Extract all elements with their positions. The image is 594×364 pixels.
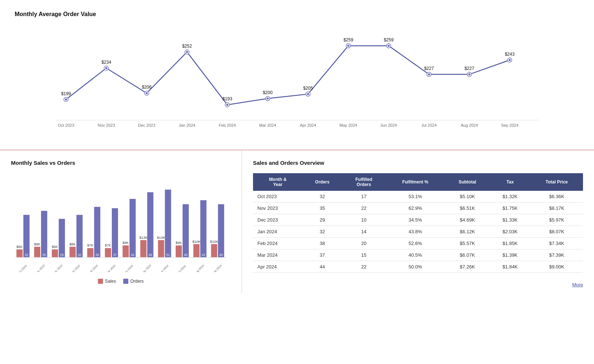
svg-text:37: 37 — [113, 253, 117, 257]
table-cell: $6.51K — [445, 203, 490, 214]
table-cell: $7.34K — [531, 238, 583, 249]
svg-text:Dec 2023: Dec 2023 — [138, 123, 155, 127]
table-cell: $6.07K — [445, 249, 490, 261]
table-cell: 35 — [302, 203, 342, 214]
table-cell: $5.97K — [531, 214, 583, 226]
svg-rect-59 — [52, 249, 58, 257]
more-link[interactable]: More — [572, 282, 583, 287]
line-chart-title: Monthly Average Order Value — [15, 11, 579, 18]
svg-rect-91 — [165, 190, 171, 257]
legend-orders-box — [123, 279, 128, 284]
svg-text:32: 32 — [25, 253, 28, 257]
col-month: Month &Year — [253, 173, 302, 191]
svg-rect-71 — [94, 207, 100, 257]
svg-point-6 — [105, 67, 107, 69]
svg-rect-54 — [34, 247, 40, 257]
svg-text:Jun 2024: Jun 2024 — [158, 264, 169, 272]
bar-chart-container: $6K32Oct 2023$8K35Nov 2023$6K29Dec 2023$… — [11, 173, 231, 276]
table-cell: 29 — [302, 214, 342, 226]
svg-text:32: 32 — [78, 253, 81, 257]
legend-orders: Orders — [123, 279, 144, 284]
svg-text:40: 40 — [184, 253, 188, 257]
table-cell: 44 — [302, 261, 342, 273]
table-cell: $1.75K — [490, 203, 531, 214]
svg-text:$9K: $9K — [176, 241, 182, 245]
table-row: Jan 2024321443.8%$6.12K$2.03K$8.07K — [253, 226, 583, 238]
table-title: Sales and Orders Overview — [253, 160, 583, 166]
bottom-section: Monthly Sales vs Orders $6K32Oct 2023$8K… — [0, 150, 594, 293]
svg-point-42 — [468, 73, 470, 75]
svg-text:Jul 2024: Jul 2024 — [176, 264, 187, 272]
overview-table: Month &Year Orders FulfilledOrders Fulfi… — [253, 173, 583, 273]
svg-text:$13K: $13K — [157, 235, 165, 239]
table-cell: Apr 2024 — [253, 261, 302, 273]
svg-rect-74 — [105, 248, 111, 257]
table-row: Feb 2024382052.6%$5.57K$1.85K$7.34K — [253, 238, 583, 249]
table-cell: $1.33K — [490, 214, 531, 226]
col-orders: Orders — [302, 173, 342, 191]
bottom-left: Monthly Sales vs Orders $6K32Oct 2023$8K… — [0, 151, 242, 293]
table-cell: $7.26K — [445, 261, 490, 273]
table-cell: $4.69K — [445, 214, 490, 226]
svg-text:Sep 2024: Sep 2024 — [211, 264, 223, 272]
table-cell: Feb 2024 — [253, 238, 302, 249]
svg-rect-106 — [218, 204, 224, 257]
svg-text:Oct 2023: Oct 2023 — [58, 123, 74, 127]
svg-point-46 — [509, 59, 511, 61]
svg-text:$13K: $13K — [139, 235, 148, 239]
svg-point-34 — [388, 45, 390, 47]
table-cell: Dec 2023 — [253, 214, 302, 226]
svg-rect-69 — [87, 248, 94, 257]
table-cell: $7.39K — [531, 249, 583, 261]
svg-text:Mar 2024: Mar 2024 — [259, 123, 276, 127]
svg-point-2 — [65, 99, 67, 101]
line-chart-container: $199Oct 2023$234Nov 2023$206Dec 2023$252… — [15, 25, 579, 142]
svg-rect-76 — [112, 208, 118, 257]
table-cell: $1.32K — [490, 191, 531, 203]
svg-rect-56 — [41, 211, 47, 257]
svg-rect-64 — [70, 247, 76, 257]
table-row: Mar 2024371540.5%$6.07K$1.39K$7.39K — [253, 249, 583, 261]
svg-rect-94 — [176, 245, 182, 257]
svg-text:Oct 2023: Oct 2023 — [17, 264, 28, 272]
svg-text:49: 49 — [148, 253, 152, 257]
table-cell: $2.03K — [490, 226, 531, 238]
table-cell: 52.6% — [386, 238, 445, 249]
legend-sales-label: Sales — [105, 279, 116, 284]
svg-text:Nov 2023: Nov 2023 — [98, 123, 115, 127]
svg-text:$8K: $8K — [34, 242, 41, 246]
svg-text:$10K: $10K — [192, 239, 201, 244]
table-cell: 22 — [342, 203, 386, 214]
svg-text:$193: $193 — [223, 96, 232, 101]
svg-text:$243: $243 — [505, 52, 515, 57]
svg-text:44: 44 — [131, 253, 135, 257]
svg-text:$6K: $6K — [16, 245, 23, 249]
svg-text:$259: $259 — [384, 37, 394, 42]
svg-text:$252: $252 — [182, 44, 192, 49]
svg-rect-79 — [122, 245, 129, 257]
legend-orders-label: Orders — [130, 279, 144, 284]
svg-text:$7K: $7K — [87, 243, 94, 247]
table-cell: 37 — [302, 249, 342, 261]
svg-rect-86 — [147, 192, 153, 257]
table-cell: 40.5% — [386, 249, 445, 261]
svg-text:$200: $200 — [263, 90, 273, 95]
svg-point-10 — [146, 92, 148, 94]
table-row: Apr 2024442250.0%$7.26K$1.84K$9.00K — [253, 261, 583, 273]
svg-text:$227: $227 — [465, 66, 474, 71]
svg-text:Aug 2024: Aug 2024 — [194, 264, 205, 272]
col-tax: Tax — [490, 173, 531, 191]
top-section: Monthly Average Order Value $199Oct 2023… — [0, 0, 594, 150]
svg-text:Mar 2024: Mar 2024 — [105, 264, 117, 272]
svg-rect-61 — [59, 219, 65, 257]
svg-text:Sep 2024: Sep 2024 — [501, 123, 518, 127]
svg-text:40: 40 — [219, 253, 223, 257]
svg-point-26 — [307, 93, 309, 95]
svg-text:43: 43 — [202, 253, 205, 257]
svg-text:Apr 2024: Apr 2024 — [123, 264, 134, 272]
table-cell: 20 — [342, 238, 386, 249]
table-row: Oct 2023321753.1%$5.10K$1.32K$6.36K — [253, 191, 583, 203]
col-subtotal: Subtotal — [445, 173, 490, 191]
svg-text:$205: $205 — [303, 86, 313, 91]
svg-point-22 — [267, 97, 269, 100]
